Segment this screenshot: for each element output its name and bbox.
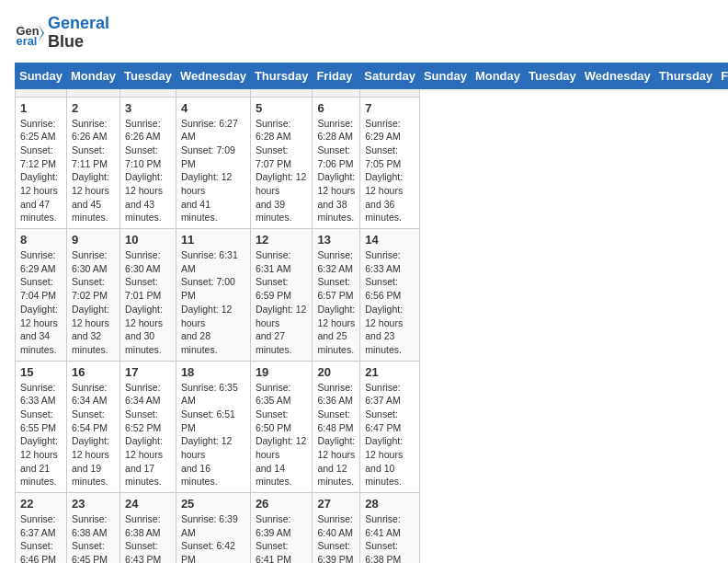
calendar-cell: 4Sunrise: 6:27 AMSunset: 7:09 PMDaylight… bbox=[176, 97, 250, 229]
day-number: 2 bbox=[72, 101, 115, 115]
calendar-cell: 28Sunrise: 6:41 AMSunset: 6:38 PMDayligh… bbox=[360, 493, 420, 563]
day-number: 19 bbox=[256, 365, 308, 379]
calendar-cell: 27Sunrise: 6:40 AMSunset: 6:39 PMDayligh… bbox=[313, 493, 360, 563]
day-detail: Sunrise: 6:33 AMSunset: 6:55 PMDaylight:… bbox=[20, 381, 62, 489]
day-detail: Sunrise: 6:34 AMSunset: 6:52 PMDaylight:… bbox=[125, 381, 171, 489]
day-number: 16 bbox=[72, 365, 115, 379]
calendar-cell: 1Sunrise: 6:25 AMSunset: 7:12 PMDaylight… bbox=[16, 97, 67, 229]
day-number: 14 bbox=[365, 233, 415, 247]
calendar-week-row: 8Sunrise: 6:29 AMSunset: 7:04 PMDaylight… bbox=[16, 229, 729, 362]
page-header: Gen eral General Blue bbox=[15, 15, 713, 52]
day-detail: Sunrise: 6:41 AMSunset: 6:38 PMDaylight:… bbox=[365, 512, 415, 563]
calendar-cell bbox=[16, 88, 67, 97]
day-number: 7 bbox=[365, 101, 415, 115]
day-detail: Sunrise: 6:30 AMSunset: 7:02 PMDaylight:… bbox=[72, 248, 115, 357]
svg-text:eral: eral bbox=[17, 34, 38, 48]
day-number: 3 bbox=[125, 101, 171, 115]
day-number: 26 bbox=[256, 497, 308, 511]
day-detail: Sunrise: 6:39 AMSunset: 6:42 PMDaylight:… bbox=[181, 512, 245, 563]
col-header-thursday: Thursday bbox=[250, 63, 313, 88]
calendar-cell: 12Sunrise: 6:31 AMSunset: 6:59 PMDayligh… bbox=[250, 229, 313, 362]
col-header-monday: Monday bbox=[471, 63, 524, 88]
col-header-monday: Monday bbox=[66, 63, 119, 88]
calendar-cell: 17Sunrise: 6:34 AMSunset: 6:52 PMDayligh… bbox=[120, 361, 176, 493]
day-number: 18 bbox=[181, 365, 245, 379]
calendar-cell: 10Sunrise: 6:30 AMSunset: 7:01 PMDayligh… bbox=[120, 229, 176, 362]
calendar-cell bbox=[66, 88, 119, 97]
day-detail: Sunrise: 6:28 AMSunset: 7:06 PMDaylight:… bbox=[317, 117, 355, 225]
day-number: 13 bbox=[317, 233, 355, 247]
day-detail: Sunrise: 6:26 AMSunset: 7:11 PMDaylight:… bbox=[72, 117, 115, 225]
day-number: 10 bbox=[125, 233, 171, 247]
col-header-thursday: Thursday bbox=[654, 63, 717, 88]
day-detail: Sunrise: 6:29 AMSunset: 7:04 PMDaylight:… bbox=[20, 248, 62, 357]
calendar-cell: 20Sunrise: 6:36 AMSunset: 6:48 PMDayligh… bbox=[313, 361, 360, 493]
calendar-cell: 22Sunrise: 6:37 AMSunset: 6:46 PMDayligh… bbox=[16, 493, 67, 563]
day-detail: Sunrise: 6:38 AMSunset: 6:43 PMDaylight:… bbox=[125, 512, 171, 563]
calendar-cell: 15Sunrise: 6:33 AMSunset: 6:55 PMDayligh… bbox=[16, 361, 67, 493]
calendar-table: SundayMondayTuesdayWednesdayThursdayFrid… bbox=[15, 63, 728, 563]
day-detail: Sunrise: 6:34 AMSunset: 6:54 PMDaylight:… bbox=[72, 381, 115, 489]
col-header-saturday: Saturday bbox=[360, 63, 420, 88]
day-detail: Sunrise: 6:39 AMSunset: 6:41 PMDaylight:… bbox=[256, 512, 308, 563]
calendar-cell: 26Sunrise: 6:39 AMSunset: 6:41 PMDayligh… bbox=[250, 493, 313, 563]
calendar-cell bbox=[313, 88, 360, 97]
day-detail: Sunrise: 6:30 AMSunset: 7:01 PMDaylight:… bbox=[125, 248, 171, 357]
day-number: 21 bbox=[365, 365, 415, 379]
calendar-header-row: SundayMondayTuesdayWednesdayThursdayFrid… bbox=[16, 63, 729, 88]
calendar-week-row: 15Sunrise: 6:33 AMSunset: 6:55 PMDayligh… bbox=[16, 361, 729, 493]
day-number: 28 bbox=[365, 497, 415, 511]
calendar-cell: 16Sunrise: 6:34 AMSunset: 6:54 PMDayligh… bbox=[66, 361, 119, 493]
col-header-friday: Friday bbox=[717, 63, 728, 88]
day-detail: Sunrise: 6:31 AMSunset: 6:59 PMDaylight:… bbox=[256, 248, 308, 357]
day-detail: Sunrise: 6:32 AMSunset: 6:57 PMDaylight:… bbox=[317, 248, 355, 357]
day-number: 12 bbox=[256, 233, 308, 247]
calendar-cell: 24Sunrise: 6:38 AMSunset: 6:43 PMDayligh… bbox=[120, 493, 176, 563]
logo-line2: Blue bbox=[48, 33, 109, 52]
calendar-cell: 19Sunrise: 6:35 AMSunset: 6:50 PMDayligh… bbox=[250, 361, 313, 493]
calendar-cell: 14Sunrise: 6:33 AMSunset: 6:56 PMDayligh… bbox=[360, 229, 420, 362]
day-detail: Sunrise: 6:37 AMSunset: 6:47 PMDaylight:… bbox=[365, 381, 415, 489]
calendar-cell: 5Sunrise: 6:28 AMSunset: 7:07 PMDaylight… bbox=[250, 97, 313, 229]
calendar-week-row bbox=[16, 88, 729, 97]
calendar-cell bbox=[250, 88, 313, 97]
day-number: 5 bbox=[256, 101, 308, 115]
day-detail: Sunrise: 6:35 AMSunset: 6:51 PMDaylight:… bbox=[181, 381, 245, 489]
day-number: 20 bbox=[317, 365, 355, 379]
day-number: 22 bbox=[20, 497, 62, 511]
day-number: 25 bbox=[181, 497, 245, 511]
calendar-cell: 25Sunrise: 6:39 AMSunset: 6:42 PMDayligh… bbox=[176, 493, 250, 563]
col-header-friday: Friday bbox=[313, 63, 360, 88]
day-detail: Sunrise: 6:36 AMSunset: 6:48 PMDaylight:… bbox=[317, 381, 355, 489]
day-detail: Sunrise: 6:33 AMSunset: 6:56 PMDaylight:… bbox=[365, 248, 415, 357]
day-number: 11 bbox=[181, 233, 245, 247]
calendar-cell: 9Sunrise: 6:30 AMSunset: 7:02 PMDaylight… bbox=[66, 229, 119, 362]
day-detail: Sunrise: 6:25 AMSunset: 7:12 PMDaylight:… bbox=[20, 117, 62, 225]
day-detail: Sunrise: 6:31 AMSunset: 7:00 PMDaylight:… bbox=[181, 248, 245, 357]
calendar-cell: 3Sunrise: 6:26 AMSunset: 7:10 PMDaylight… bbox=[120, 97, 176, 229]
day-detail: Sunrise: 6:26 AMSunset: 7:10 PMDaylight:… bbox=[125, 117, 171, 225]
day-number: 27 bbox=[317, 497, 355, 511]
col-header-wednesday: Wednesday bbox=[176, 63, 250, 88]
col-header-tuesday: Tuesday bbox=[120, 63, 176, 88]
calendar-cell bbox=[176, 88, 250, 97]
day-detail: Sunrise: 6:38 AMSunset: 6:45 PMDaylight:… bbox=[72, 512, 115, 563]
col-header-sunday: Sunday bbox=[16, 63, 67, 88]
calendar-week-row: 22Sunrise: 6:37 AMSunset: 6:46 PMDayligh… bbox=[16, 493, 729, 563]
col-header-sunday: Sunday bbox=[419, 63, 471, 88]
day-number: 23 bbox=[72, 497, 115, 511]
calendar-cell: 21Sunrise: 6:37 AMSunset: 6:47 PMDayligh… bbox=[360, 361, 420, 493]
calendar-cell: 7Sunrise: 6:29 AMSunset: 7:05 PMDaylight… bbox=[360, 97, 420, 229]
day-number: 24 bbox=[125, 497, 171, 511]
calendar-cell bbox=[360, 88, 420, 97]
svg-marker-2 bbox=[39, 24, 44, 41]
day-detail: Sunrise: 6:28 AMSunset: 7:07 PMDaylight:… bbox=[256, 117, 308, 225]
calendar-cell: 11Sunrise: 6:31 AMSunset: 7:00 PMDayligh… bbox=[176, 229, 250, 362]
calendar-cell: 18Sunrise: 6:35 AMSunset: 6:51 PMDayligh… bbox=[176, 361, 250, 493]
day-number: 17 bbox=[125, 365, 171, 379]
calendar-cell: 23Sunrise: 6:38 AMSunset: 6:45 PMDayligh… bbox=[66, 493, 119, 563]
logo-icon: Gen eral bbox=[15, 18, 44, 48]
calendar-cell: 2Sunrise: 6:26 AMSunset: 7:11 PMDaylight… bbox=[66, 97, 119, 229]
day-number: 6 bbox=[317, 101, 355, 115]
col-header-tuesday: Tuesday bbox=[525, 63, 581, 88]
